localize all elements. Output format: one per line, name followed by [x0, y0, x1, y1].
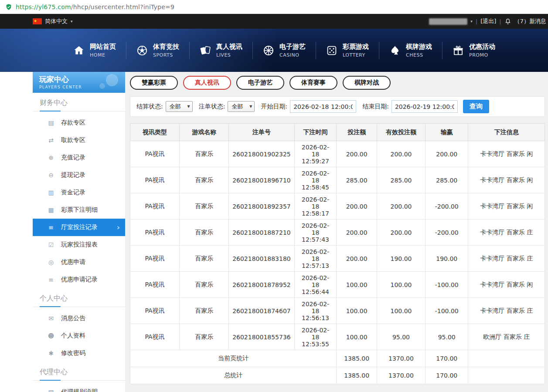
table-row: PA视讯 百家乐 260218001896710 2026-02-18 12:5… [130, 167, 545, 193]
sidebar-item-label: 取款专区 [61, 136, 85, 144]
cell-game-name: 百家乐 [180, 272, 229, 298]
chevron-down-icon[interactable]: ▾ [71, 19, 73, 24]
cell-valid-amount: 200.00 [377, 141, 425, 167]
nav-item-sports[interactable]: 体育竞技SPORTS [126, 43, 189, 58]
chevron-down-icon[interactable]: ▾ [470, 19, 473, 24]
section-title-agent: 代理中心 [33, 362, 125, 381]
nav-item-casino[interactable]: 电子游艺CASINO [252, 43, 316, 58]
sidebar-item-recharge-records[interactable]: ⊕充值记录 [33, 149, 125, 166]
promo-apply-icon: ◎ [48, 259, 54, 266]
bet-record-icon: ≡ [48, 224, 54, 231]
sidebar-item-label: 资金记录 [61, 189, 85, 196]
funds-icon: ▥ [48, 189, 54, 196]
url-text[interactable]: https://yl675.com/hhcp/usercenter.html?i… [16, 3, 174, 10]
nav-item-promo[interactable]: 优惠活动PROMO [442, 43, 505, 58]
nav-item-lottery[interactable]: 彩票游戏LOTTERY [316, 43, 379, 58]
sidebar-item-announcements[interactable]: ✉消息公告 [33, 310, 125, 327]
cell-bet-id: 260218001892357 [229, 193, 295, 220]
bell-icon[interactable] [504, 18, 511, 25]
cell-bet-id: 260218001878952 [229, 272, 295, 298]
top-utility-bar: ★ 简体中文 ▾ ▾ | [退出] | （7）新消息 [0, 14, 548, 29]
sidebar-item-funds-records[interactable]: ▥资金记录 [33, 184, 125, 201]
nav-label-en: PROMO [469, 52, 495, 58]
new-messages-link[interactable]: （7）新消息 [514, 17, 546, 25]
report-icon: ☑ [48, 241, 54, 248]
sidebar-item-promo-application-records[interactable]: ≡优惠申请记录 [33, 271, 125, 288]
cell-winloss: 285.00 [425, 167, 468, 193]
sidebar-item-label: 厅室投注记录 [61, 223, 98, 231]
cell-bet-id: 260218001887210 [229, 220, 295, 246]
sidebar-item-room-bet-records[interactable]: ≡厅室投注记录› [33, 219, 125, 236]
cell-video-type: PA视讯 [130, 220, 180, 246]
sidebar-item-profile[interactable]: ☻个人资料 [33, 327, 125, 345]
grand-total-row: 总统计 1385.00 1370.00 170.00 [130, 367, 545, 384]
cell-bet-time: 2026-02-18 12:58:17 [294, 193, 337, 220]
cell-game-name: 百家乐 [180, 246, 229, 272]
cell-winloss: 95.00 [425, 324, 468, 350]
sidebar-item-label: 优惠申请记录 [61, 276, 98, 284]
cell-bet-id: 260218001874607 [229, 298, 295, 324]
language-selector[interactable]: 简体中文 [45, 17, 68, 25]
cell-bet-id: 260218001883180 [229, 246, 295, 272]
sidebar-item-promo-application[interactable]: ◎优惠申请 [33, 253, 125, 271]
cell-bet-info: 卡卡湾厅 百家乐 闲 [468, 272, 545, 298]
url-path: /hhcp/usercenter.html?iniType=9 [71, 3, 174, 10]
cell-bet-time: 2026-02-18 12:58:45 [294, 167, 337, 193]
sidebar-subtitle: PLAYERS CENTER [39, 85, 125, 89]
cell-valid-amount: 190.00 [377, 246, 425, 272]
promo-record-icon: ≡ [48, 276, 54, 283]
cell-winloss: -200.00 [425, 193, 468, 220]
sidebar-item-player-bet-reports[interactable]: ☑玩家投注报表 [33, 236, 125, 253]
nav-item-lives[interactable]: 真人视讯LIVES [189, 43, 252, 58]
sidebar-item-label: 优惠申请 [61, 258, 85, 266]
sidebar-item-agent-rules[interactable]: ▧代理规则说明 [33, 383, 125, 392]
tab-live-video[interactable]: 真人视讯 [183, 76, 231, 90]
settle-status-select[interactable]: 全部▼ [166, 101, 193, 112]
cell-game-name: 百家乐 [180, 220, 229, 246]
cell-bet-amount: 100.00 [337, 272, 377, 298]
page-total-bet: 1385.00 [337, 350, 377, 367]
end-date-input[interactable] [391, 100, 458, 113]
nav-label-zh: 网站首页 [90, 43, 116, 51]
sidebar-item-label: 修改密码 [61, 349, 85, 357]
order-status-select[interactable]: 全部▼ [228, 101, 255, 112]
chevron-down-icon: ▼ [187, 105, 190, 108]
agent-rules-icon: ▧ [48, 389, 54, 392]
sidebar-item-label: 充值记录 [61, 154, 85, 162]
sidebar-item-change-password[interactable]: ✱修改密码 [33, 345, 125, 362]
start-date-input[interactable] [290, 100, 356, 113]
nav-item-chess[interactable]: 棋牌游戏CHESS [379, 43, 442, 58]
sidebar-item-lottery-bet-details[interactable]: ▦彩票下注明细 [33, 201, 125, 219]
nav-label-zh: 棋牌游戏 [406, 43, 432, 51]
nav-label-en: HOME [90, 52, 116, 58]
sidebar-item-label: 玩家投注报表 [61, 241, 98, 249]
cell-bet-amount: 200.00 [337, 193, 377, 220]
cell-bet-id: 260218001902325 [229, 141, 295, 167]
nav-label-zh: 电子游艺 [279, 43, 306, 51]
sidebar-item-deposit-zone[interactable]: ▤存款专区 [33, 114, 125, 132]
nav-item-home[interactable]: 网站首页HOME [63, 43, 126, 58]
tab-sports[interactable]: 体育赛事 [289, 76, 337, 90]
sidebar-item-label: 提现记录 [61, 171, 85, 179]
username-redacted[interactable] [429, 18, 467, 25]
nav-label-en: SPORTS [153, 52, 179, 58]
china-flag-icon: ★ [33, 18, 42, 24]
cell-video-type: PA视讯 [130, 324, 180, 350]
sidebar-item-withdrawal-records[interactable]: ⊖提现记录 [33, 166, 125, 184]
tab-lottery[interactable]: 雙赢彩票 [130, 76, 178, 90]
table-row: PA视讯 百家乐 260218001902325 2026-02-18 12:5… [130, 141, 545, 167]
sidebar-item-withdraw-zone[interactable]: ⇄取款专区 [33, 132, 125, 149]
profile-icon: ☻ [48, 332, 54, 339]
cell-valid-amount: 200.00 [377, 220, 425, 246]
main-content: 雙赢彩票 真人视讯 电子游艺 体育赛事 棋牌对战 结算状态: 全部▼ 注单状态:… [125, 72, 548, 392]
search-button[interactable]: 查询 [463, 100, 489, 113]
sidebar-title: 玩家中心 [39, 74, 125, 84]
tab-egames[interactable]: 电子游艺 [236, 76, 284, 90]
cell-bet-info: 卡卡湾厅 百家乐 庄 [468, 298, 545, 324]
column-header-video-type: 视讯类型 [130, 124, 180, 141]
table-row: PA视讯 百家乐 260218001855736 2026-02-18 12:5… [130, 324, 545, 350]
tab-board-games[interactable]: 棋牌对战 [343, 76, 391, 90]
browser-address-bar[interactable]: https://yl675.com/hhcp/usercenter.html?i… [0, 0, 548, 14]
logout-link[interactable]: [退出] [480, 17, 496, 25]
section-title-personal: 个人中心 [33, 288, 125, 307]
